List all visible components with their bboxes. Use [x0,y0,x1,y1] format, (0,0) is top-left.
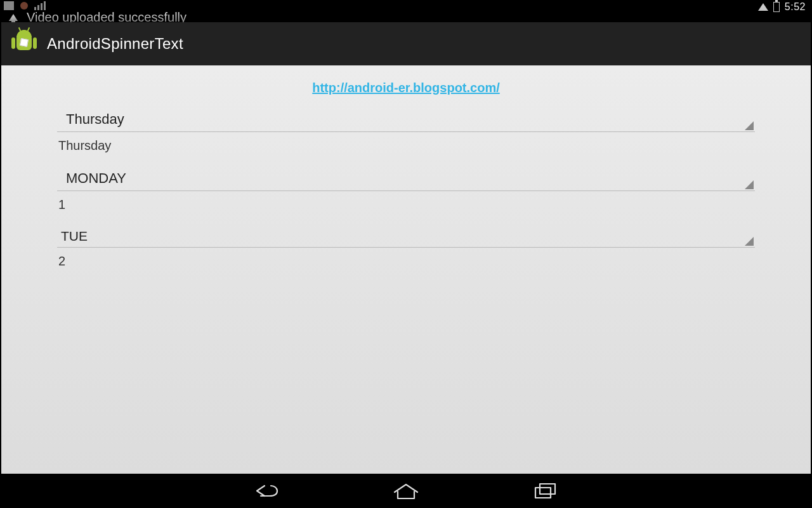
spinner-selected-text: Thursday [66,111,124,127]
content-area: http://android-er.blogspot.com/ Thursday… [1,65,811,474]
action-bar: AndroidSpinnerText [1,22,811,65]
home-button[interactable] [387,479,425,502]
app-title: AndroidSpinnerText [47,35,183,53]
svg-rect-0 [535,488,551,498]
app-icon [11,29,37,59]
result-text-3: 2 [57,248,755,281]
result-text-1: Thursday [57,132,755,166]
blog-link[interactable]: http://android-er.blogspot.com/ [312,81,500,95]
dropdown-triangle-icon [745,180,754,189]
system-navbar [0,474,812,508]
recents-button[interactable] [527,479,565,502]
back-button[interactable] [247,479,285,502]
spinner-day-normal[interactable]: Thursday [57,107,755,132]
dropdown-triangle-icon [745,121,754,130]
spinner-day-short[interactable]: TUE [57,225,755,248]
spinner-selected-text: MONDAY [66,170,126,186]
spinner-selected-text: TUE [61,229,88,243]
app-window: AndroidSpinnerText http://android-er.blo… [1,22,811,474]
spinner-day-upper[interactable]: MONDAY [57,166,755,191]
upload-icon [9,14,18,21]
result-text-2: 1 [57,191,755,225]
svg-rect-1 [540,484,555,494]
dropdown-triangle-icon [745,237,754,246]
